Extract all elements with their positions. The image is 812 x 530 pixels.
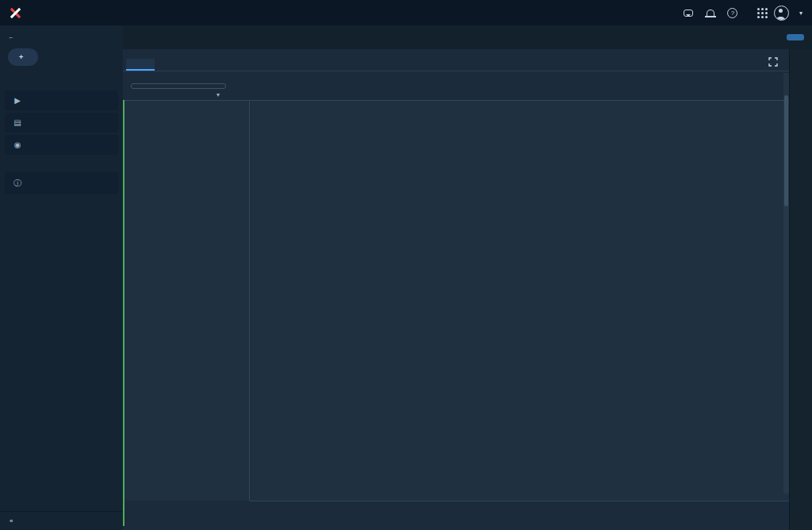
plus-icon: +: [19, 53, 24, 61]
plan-icon: ▤: [13, 118, 22, 127]
chat-icon[interactable]: [677, 3, 699, 22]
sidebar-item-evaluate[interactable]: ◉: [5, 135, 118, 155]
fullscreen-icon[interactable]: [768, 57, 778, 67]
supporting-modules-label: [0, 157, 123, 170]
user-menu-chevron-icon[interactable]: ▾: [799, 10, 802, 17]
avatar[interactable]: [774, 6, 789, 21]
timeline-area: [123, 100, 789, 530]
current-time-line: [123, 100, 124, 526]
exonaut-logo-icon: [10, 7, 21, 19]
timeline-label-col: [123, 101, 250, 501]
back-to-operational-mode[interactable]: ←: [0, 25, 123, 47]
right-rail: [789, 49, 812, 530]
day-row: [123, 513, 789, 525]
timeline-toolbar: ▾: [123, 71, 789, 100]
scrollbar-thumb[interactable]: [784, 95, 788, 206]
grouping-select[interactable]: ▾: [131, 83, 226, 89]
sidebar: ← + ▶ ▤ ◉ ⓘ «: [0, 25, 123, 530]
sidebar-item-direct[interactable]: ▶: [5, 90, 118, 110]
chevron-down-icon: ▾: [216, 91, 220, 98]
scrollbar[interactable]: [783, 73, 789, 494]
edit-button[interactable]: [787, 34, 804, 40]
exercise-subtitle: [0, 79, 123, 88]
time-axis: [250, 501, 789, 513]
sidebar-item-information-sets[interactable]: ⓘ: [5, 172, 118, 194]
apps-icon[interactable]: [744, 3, 766, 22]
sidebar-item-plan[interactable]: ▤: [5, 113, 118, 132]
breadcrumb-bar: [123, 25, 812, 49]
notifications-icon[interactable]: [699, 3, 722, 22]
topbar: ? ▾: [0, 0, 812, 25]
tab-timeline[interactable]: [126, 59, 155, 71]
info-icon: ⓘ: [13, 178, 22, 189]
evaluate-icon: ◉: [13, 140, 22, 149]
app-logo: [10, 7, 26, 19]
help-icon[interactable]: ?: [722, 3, 744, 22]
direct-icon: ▶: [13, 96, 22, 105]
timeline-plot: [250, 101, 789, 501]
collapse-sidebar-button[interactable]: «: [0, 511, 123, 530]
create-button[interactable]: +: [8, 48, 38, 66]
tab-bar: [123, 49, 789, 71]
